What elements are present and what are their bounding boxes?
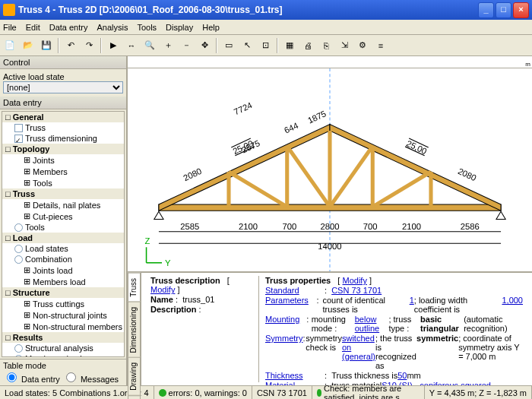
close-button[interactable]: × — [513, 2, 529, 18]
group-structure: □ Structure — [2, 287, 124, 298]
load-state-label: Active load state — [3, 72, 123, 81]
menu-analysis[interactable]: Analysis — [97, 23, 128, 32]
drawing-canvas[interactable]: 14000 2585 2100 700 2800 700 2100 2586 2… — [128, 68, 532, 271]
svg-text:2586: 2586 — [461, 222, 480, 231]
toolbar: 📄 📂 💾 ↶ ↷ ▶ ↔ 🔍 ＋ － ✥ ▭ ↖ ⊡ ▦ 🖨 ⎘ ⇲ ⚙ ≡ — [0, 35, 532, 56]
menu-tools[interactable]: Tools — [137, 23, 157, 32]
modify-props[interactable]: Modify — [342, 276, 366, 285]
svg-text:2800: 2800 — [320, 222, 339, 231]
main-area: Control Active load state [none] Data en… — [0, 56, 532, 385]
open-icon[interactable]: 📂 — [20, 37, 36, 54]
svg-text:644: 644 — [283, 121, 299, 135]
info-content: Truss description [ Modify ] Name : trus… — [141, 273, 532, 385]
svg-text:2100: 2100 — [239, 222, 258, 231]
ok-icon — [317, 389, 321, 397]
data-entry-tree[interactable]: □ General Truss Truss dimensioning □ Top… — [2, 111, 125, 357]
menu-bar: File Edit Data entry Analysis Tools Disp… — [0, 20, 532, 35]
svg-marker-14 — [496, 211, 505, 219]
tab-drawing[interactable]: Drawing — [128, 357, 141, 396]
svg-text:25,00: 25,00 — [405, 138, 429, 156]
zoom-out-icon[interactable]: － — [178, 37, 195, 54]
tab-dimensioning[interactable]: Dimensioning — [128, 302, 141, 359]
data-entry-label: Data entry — [0, 97, 126, 109]
radio-data-entry[interactable]: Data entry — [3, 375, 60, 384]
pointer-icon[interactable]: ↖ — [239, 37, 255, 54]
zoom-window-icon[interactable]: 🔍 — [141, 37, 158, 54]
svg-text:Y: Y — [165, 258, 171, 268]
svg-text:700: 700 — [363, 222, 378, 231]
ok-icon — [159, 389, 166, 397]
truss-drawing: 14000 2585 2100 700 2800 700 2100 2586 2… — [128, 68, 532, 271]
svg-marker-13 — [154, 211, 163, 219]
snap-icon[interactable]: ⊡ — [257, 37, 274, 54]
undo-icon[interactable]: ↶ — [62, 37, 79, 54]
menu-help[interactable]: Help — [202, 23, 220, 32]
svg-text:2080: 2080 — [182, 166, 203, 182]
group-results: □ Results — [2, 332, 124, 343]
select-icon[interactable]: ▭ — [220, 37, 237, 54]
svg-text:2080: 2080 — [457, 166, 478, 182]
svg-text:1875: 1875 — [306, 109, 328, 125]
zoom-fit-icon[interactable]: ↔ — [123, 37, 140, 54]
window-title: Truss 4 - Truss 2D [D:\2006\01_Roof_2006… — [18, 5, 477, 15]
grid-icon[interactable]: ▦ — [281, 37, 298, 54]
info-panel: Truss Dimensioning Drawing Data entry - … — [128, 271, 532, 385]
settings-icon[interactable]: ⚙ — [354, 37, 371, 54]
load-state-select[interactable]: [none] — [3, 81, 123, 93]
tab-data-entry-truss[interactable]: Data entry - truss — [128, 395, 141, 399]
svg-line-5 — [229, 172, 287, 207]
calc-icon[interactable]: ▶ — [105, 37, 122, 54]
control-title: Control — [0, 56, 126, 69]
svg-text:2100: 2100 — [402, 222, 421, 231]
svg-line-10 — [372, 172, 431, 207]
app-icon — [3, 4, 15, 16]
redo-icon[interactable]: ↷ — [81, 37, 97, 54]
svg-line-7 — [287, 146, 330, 207]
check-truss[interactable] — [14, 124, 23, 132]
ruler-horizontal: m — [128, 56, 532, 68]
save-icon[interactable]: 💾 — [38, 37, 55, 54]
minimize-button[interactable]: _ — [478, 2, 494, 18]
maximize-button[interactable]: □ — [496, 2, 511, 18]
svg-text:Z: Z — [145, 236, 150, 245]
zoom-in-icon[interactable]: ＋ — [160, 37, 176, 54]
group-load: □ Load — [2, 233, 124, 243]
menu-edit[interactable]: Edit — [26, 23, 40, 32]
pan-icon[interactable]: ✥ — [196, 37, 213, 54]
modify-desc[interactable]: Modify — [150, 285, 175, 294]
tab-truss[interactable]: Truss — [128, 273, 141, 302]
layers-icon[interactable]: ≡ — [372, 37, 389, 54]
control-panel: Control Active load state [none] Data en… — [0, 56, 128, 385]
export-icon[interactable]: ⇲ — [336, 37, 353, 54]
menu-display[interactable]: Display — [166, 23, 193, 32]
new-icon[interactable]: 📄 — [2, 37, 18, 54]
menu-data-entry[interactable]: Data entry — [49, 23, 88, 32]
workspace: m — [128, 56, 532, 385]
radio-messages[interactable]: Messages — [62, 375, 119, 384]
svg-text:14000: 14000 — [318, 242, 341, 251]
svg-line-12 — [330, 146, 372, 207]
svg-text:700: 700 — [282, 222, 296, 231]
check-dimensioning[interactable] — [14, 135, 23, 143]
copy-icon[interactable]: ⎘ — [318, 37, 334, 54]
group-truss: □ Truss — [2, 188, 124, 199]
info-tabs: Truss Dimensioning Drawing Data entry - … — [128, 273, 141, 385]
group-topology: □ Topology — [2, 144, 124, 154]
svg-text:7724: 7724 — [233, 100, 254, 116]
svg-text:2585: 2585 — [180, 222, 199, 231]
menu-file[interactable]: File — [3, 23, 17, 32]
svg-text:2575: 2575 — [240, 138, 261, 154]
status-bar: Load states: 5 Combinations 1.order: 4 e… — [0, 385, 532, 399]
print-icon[interactable]: 🖨 — [299, 37, 316, 54]
group-general: □ General — [2, 112, 124, 122]
title-bar: Truss 4 - Truss 2D [D:\2006\01_Roof_2006… — [0, 0, 532, 20]
table-mode-panel: Table mode Data entry Messages — [0, 359, 126, 385]
